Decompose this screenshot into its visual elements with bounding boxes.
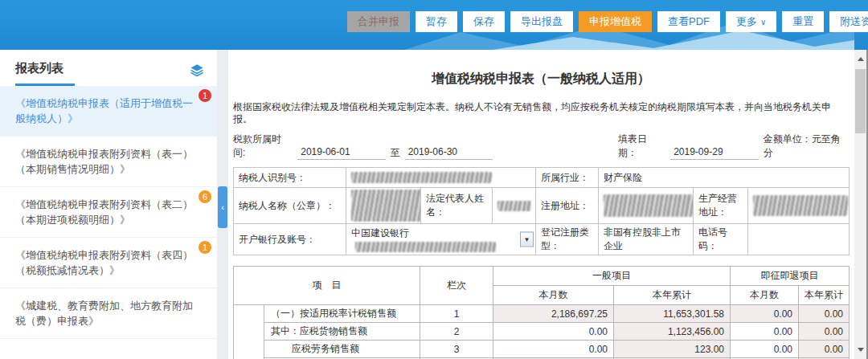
legal-rep-label: 法定代表人姓名： <box>421 188 493 224</box>
row-column-no-3: 3 <box>420 341 493 358</box>
sidebar-item-label: 《城建税、教育费附加、地方教育附加税（费）申报表》 <box>15 300 193 327</box>
save-button[interactable]: 保存 <box>463 11 505 32</box>
cell-row1-general-ytd: 11,653,301.58 <box>614 305 731 323</box>
merge-declare-button: 合并申报 <box>347 11 410 32</box>
sidebar-item-5[interactable]: 《城建税、教育费附加、地方教育附加税（费）申报表》 <box>0 288 217 339</box>
scrollbar-thumb[interactable] <box>855 69 866 133</box>
reg-type-value: 非国有控股非上市企业 <box>599 224 694 255</box>
row-column-no-1: 1 <box>420 305 493 323</box>
attachments-button[interactable]: 附送资料 <box>829 11 868 32</box>
report-list-sidebar: 报表列表 《增值税纳税申报表（适用于增值税一般纳税人）》1《增值税纳税申报表附列… <box>0 50 217 359</box>
unfinished-count-badge: 1 <box>199 241 211 254</box>
declare-vat-button[interactable]: 申报增值税 <box>579 11 652 32</box>
toolbar: 合并申报暂存保存导出报盘申报增值税查看PDF更多∨重置附送资料 <box>347 11 868 32</box>
sidebar-header: 报表列表 <box>0 50 217 86</box>
sidebar-item-3[interactable]: 《增值税纳税申报表附列资料（表二）（本期进项税额明细）》6 <box>0 187 217 238</box>
redacted-taxpayer-id <box>351 172 492 183</box>
phone-value[interactable] <box>748 224 850 255</box>
row-column-no-2: 2 <box>420 323 493 341</box>
bank-label: 开户银行及账号： <box>234 224 346 255</box>
period-start-field[interactable]: 2019-06-01 <box>297 146 385 160</box>
redacted-legal-rep <box>497 201 531 211</box>
row-label-1: （一）按适用税率计税销售额 <box>264 305 420 323</box>
reg-type-label: 登记注册类型： <box>536 224 599 255</box>
header-refund-month: 本月数 <box>731 286 799 305</box>
cell-row3-refund-ytd: 0.00 <box>799 341 850 358</box>
sidebar-item-list: 《增值税纳税申报表（适用于增值税一般纳税人）》1《增值税纳税申报表附列资料（表一… <box>0 86 217 339</box>
fill-date-field[interactable]: 2019-09-29 <box>670 146 758 160</box>
taxpayer-info-table: 纳税人识别号： 所属行业： 财产保险 纳税人名称（公章）： 法定代表人姓名： 注… <box>233 167 850 255</box>
industry-value: 财产保险 <box>599 168 850 188</box>
bank-account-dropdown[interactable]: ▼ <box>520 232 534 247</box>
period-label: 税款所属时间: <box>233 133 293 160</box>
header-refund-items: 即征即退项目 <box>731 267 850 286</box>
redacted-taxpayer-name <box>351 190 421 222</box>
sidebar-item-label: 《增值税纳税申报表附列资料（表四）（税额抵减情况表）》 <box>15 249 193 276</box>
export-disk-button[interactable]: 导出报盘 <box>510 11 573 32</box>
scrollbar-up-button[interactable] <box>854 53 866 65</box>
header-general-month: 本月数 <box>493 286 614 305</box>
header-column-no: 栏次 <box>420 267 493 305</box>
section-label-sales: 销售额 <box>234 305 264 359</box>
redacted-reg-addr <box>604 194 694 217</box>
more-button[interactable]: 更多∨ <box>726 11 776 32</box>
sidebar-item-1[interactable]: 《增值税纳税申报表（适用于增值税一般纳税人）》1 <box>0 86 217 137</box>
chevron-down-icon: ▼ <box>524 236 530 243</box>
reg-addr-label: 注册地址： <box>536 188 599 224</box>
date-row: 税款所属时间: 2019-06-01 至 2019-06-30 填表日期： 20… <box>233 133 849 160</box>
unfinished-count-badge: 6 <box>199 190 211 203</box>
scrollbar-down-button[interactable] <box>854 344 866 356</box>
cell-row2-general-ytd: 1,123,456.00 <box>614 323 731 341</box>
chevron-down-icon: ∨ <box>760 18 766 27</box>
phone-label: 电话号码： <box>694 224 748 255</box>
chevron-up-icon <box>858 57 864 61</box>
main-panel: 增值税纳税申报表（一般纳税人适用） 根据国家税收法律法规及增值税相关规定制定本表… <box>228 50 854 359</box>
taxpayer-id-value <box>346 168 536 188</box>
sidebar-item-4[interactable]: 《增值税纳税申报表附列资料（表四）（税额抵减情况表）》1 <box>0 238 217 288</box>
redacted-biz-addr <box>753 195 848 216</box>
cell-row3-general-ytd: 123.00 <box>614 341 731 358</box>
page-title: 增值税纳税申报表（一般纳税人适用） <box>233 71 849 88</box>
cell-row1-general-month: 2,186,697.25 <box>493 305 614 323</box>
chevron-down-icon <box>858 348 864 352</box>
row-label-2: 其中：应税货物销售额 <box>264 323 420 341</box>
vat-main-table: 项 目 栏次 一般项目 即征即退项目 本月数 本年累计 本月数 本年累计 销售额… <box>233 266 850 359</box>
vertical-scrollbar[interactable] <box>854 50 866 359</box>
temp-save-button[interactable]: 暂存 <box>416 11 457 32</box>
sidebar-item-label: 《增值税纳税申报表附列资料（表二）（本期进项税额明细）》 <box>15 198 193 226</box>
cell-row2-refund-month[interactable]: 0.00 <box>731 323 799 341</box>
cell-row3-refund-month[interactable]: 0.00 <box>731 341 799 358</box>
header-item: 项 目 <box>234 267 420 305</box>
chevron-left-icon: ‹ <box>221 202 224 212</box>
period-to-label: 至 <box>391 146 400 160</box>
redacted-bank-account <box>355 242 496 252</box>
header-general-items: 一般项目 <box>493 267 731 286</box>
taxpayer-name-value <box>346 188 421 224</box>
legal-rep-value <box>493 188 536 224</box>
top-banner: 合并申报暂存保存导出报盘申报增值税查看PDF更多∨重置附送资料 <box>0 0 868 50</box>
cell-row1-refund-ytd: 0.00 <box>799 305 850 323</box>
cell-row1-refund-month: 0.00 <box>731 305 799 323</box>
taxpayer-id-label: 纳税人识别号： <box>234 168 346 188</box>
bank-value[interactable]: 中国建设银行 ▼ <box>346 224 536 255</box>
header-general-ytd: 本年累计 <box>614 286 731 305</box>
form-notice: 根据国家税收法律法规及增值税相关规定制定本表。纳税人不论有无销售额，均应按税务机… <box>233 101 849 125</box>
row-label-3: 应税劳务销售额 <box>264 341 420 358</box>
cell-row2-general-month[interactable]: 0.00 <box>493 323 614 341</box>
period-end-field[interactable]: 2019-06-30 <box>405 146 493 160</box>
cell-row3-general-month[interactable]: 0.00 <box>493 341 614 358</box>
biz-addr-value <box>748 188 850 224</box>
header-refund-ytd: 本年累计 <box>799 286 850 305</box>
sidebar-item-label: 《增值税纳税申报表（适用于增值税一般纳税人）》 <box>15 97 193 124</box>
sidebar-collapse-handle[interactable]: ‹ <box>218 186 227 228</box>
industry-label: 所属行业： <box>536 168 599 188</box>
amount-unit-label: 金额单位：元至角分 <box>764 133 849 160</box>
reset-button[interactable]: 重置 <box>782 11 824 32</box>
biz-addr-label: 生产经营地址： <box>694 188 748 224</box>
unfinished-count-badge: 1 <box>199 89 211 102</box>
layers-icon[interactable] <box>190 63 204 77</box>
sidebar-item-label: 《增值税纳税申报表附列资料（表一）（本期销售情况明细）》 <box>15 148 193 175</box>
sidebar-item-2[interactable]: 《增值税纳税申报表附列资料（表一）（本期销售情况明细）》 <box>0 137 217 187</box>
taxpayer-name-label: 纳税人名称（公章）： <box>234 188 346 224</box>
view-pdf-button[interactable]: 查看PDF <box>657 11 720 32</box>
